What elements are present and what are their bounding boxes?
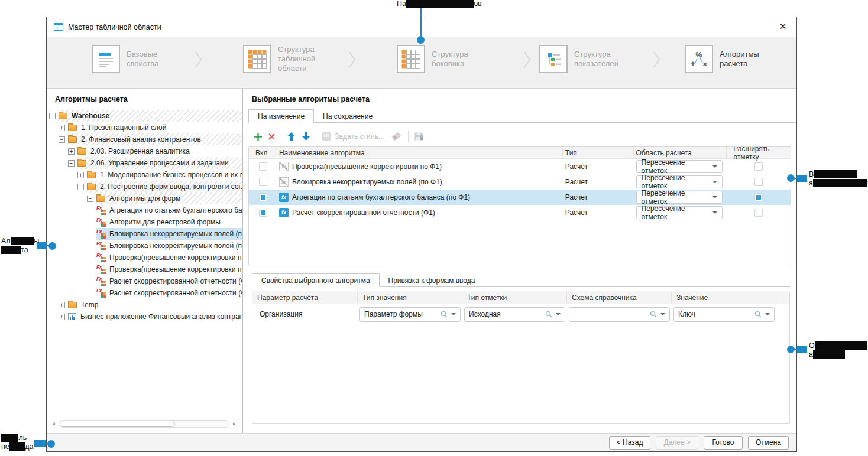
scrollbar-track[interactable] bbox=[59, 420, 229, 428]
tab-input-forms-binding[interactable]: Привязка к формам ввода bbox=[380, 273, 484, 287]
enabled-checkbox[interactable] bbox=[259, 178, 267, 186]
calc-scope-value: Пересечение отметок bbox=[642, 158, 712, 175]
value-select[interactable]: Ключ bbox=[673, 307, 775, 322]
calc-scope-value: Пересечение отметок bbox=[642, 204, 712, 221]
callout-dot bbox=[417, 36, 425, 44]
tab-algorithm-properties[interactable]: Свойства выбранного алгоритма bbox=[252, 273, 380, 287]
cancel-button[interactable]: Отмена bbox=[748, 436, 789, 450]
collapse-icon[interactable]: − bbox=[68, 160, 75, 167]
annotation-algorithms-tree: Алгоритмырасчета bbox=[1, 237, 38, 255]
collapse-icon[interactable]: − bbox=[49, 113, 56, 119]
tree-item[interactable]: −2.06. Управление процессами и задачами bbox=[47, 157, 242, 169]
scroll-right-icon[interactable]: ► bbox=[230, 419, 239, 428]
enabled-checkbox[interactable] bbox=[259, 193, 267, 201]
expand-icon[interactable]: + bbox=[77, 172, 84, 178]
table-row[interactable]: Агрегация по статьям бухгалтерского бала… bbox=[249, 190, 791, 205]
tree-item[interactable]: +Temp bbox=[47, 299, 242, 311]
tree-item[interactable]: Расчет скорректированной отчетности (Ф2) bbox=[47, 287, 242, 299]
tree-item[interactable]: Проверка(превышение корректировки по Ф2) bbox=[47, 263, 242, 275]
calc-scope-select[interactable]: Пересечение отметок bbox=[636, 191, 723, 204]
close-icon[interactable]: ✕ bbox=[770, 17, 795, 36]
expand-mark-checkbox[interactable] bbox=[754, 178, 763, 186]
back-button[interactable]: < Назад bbox=[609, 436, 651, 450]
tab-on-save[interactable]: На сохранение bbox=[314, 109, 381, 123]
table-row[interactable]: Блокировка некорректируемых полей (по Ф1… bbox=[249, 174, 791, 190]
annotation-selected-algorithms: Выбранные алгоритмы расчета bbox=[809, 170, 868, 188]
expand-icon[interactable]: + bbox=[59, 125, 65, 131]
calc-scope-select[interactable]: Пересечение отметок bbox=[636, 160, 723, 173]
tree-item-body: 2. Финансовый анализ контрагентов bbox=[67, 133, 242, 145]
tab-on-change[interactable]: На изменение bbox=[248, 109, 314, 123]
tree-item[interactable]: +Бизнес-приложение Финансовый анализ кон… bbox=[47, 311, 242, 323]
dropdown-arrow-icon bbox=[712, 181, 717, 183]
expand-mark-checkbox[interactable] bbox=[754, 209, 763, 217]
tree-item-body: Проверка(превышение корректировки по Ф2) bbox=[96, 263, 242, 275]
add-icon[interactable] bbox=[253, 129, 263, 144]
tree-item[interactable]: −Алгоритмы для форм bbox=[47, 193, 242, 204]
expand-icon[interactable]: + bbox=[59, 302, 65, 308]
callout-rect bbox=[797, 175, 807, 182]
step-indicators-structure[interactable]: Структура показателей bbox=[539, 45, 637, 73]
redaction-box: горитм bbox=[11, 237, 34, 245]
algorithm-type: Расчет bbox=[563, 178, 634, 186]
expand-icon[interactable]: + bbox=[68, 148, 75, 155]
move-down-icon[interactable] bbox=[302, 129, 310, 144]
toolbar-separator bbox=[316, 131, 316, 142]
scrollbar-thumb[interactable] bbox=[60, 421, 175, 427]
tree-item[interactable]: Проверка(превышение корректировки по Ф1) bbox=[47, 252, 242, 263]
table-row[interactable]: Расчет скорректированной отчетности (Ф1)… bbox=[249, 205, 791, 220]
collapse-icon[interactable]: − bbox=[77, 184, 84, 190]
step-table-area-structure[interactable]: Структура табличной области bbox=[243, 45, 341, 73]
enabled-checkbox[interactable] bbox=[259, 209, 267, 217]
algorithm-name: Агрегация по статьям бухгалтерского бала… bbox=[292, 193, 470, 201]
dictionary-schema-select[interactable] bbox=[569, 307, 670, 322]
tree-item[interactable]: Алгоритм для реестровой формы bbox=[47, 216, 242, 228]
mark-type-select[interactable]: Исходная bbox=[464, 307, 565, 322]
expand-mark-checkbox[interactable] bbox=[754, 193, 763, 201]
tree-item-label: 1. Презентационный слой bbox=[81, 123, 166, 132]
calc-scope-select[interactable]: Пересечение отметок bbox=[636, 175, 723, 188]
mode-tabs: На изменение На сохранение bbox=[248, 109, 796, 123]
tree-item[interactable]: −Warehouse bbox=[47, 110, 242, 122]
delete-icon[interactable] bbox=[268, 129, 276, 144]
scroll-left-icon[interactable]: ◄ bbox=[49, 419, 58, 428]
col-value: Значение bbox=[672, 291, 776, 304]
finish-button[interactable]: Готово bbox=[704, 436, 743, 450]
tree-item[interactable]: Блокировка некорректируемых полей (по Ф1… bbox=[47, 228, 242, 240]
step-sidehead-structure[interactable]: Структура боковика bbox=[397, 45, 494, 73]
tree-item[interactable]: −2. Финансовый анализ контрагентов bbox=[47, 133, 242, 145]
parameter-row[interactable]: Организация Параметр формы Исходная bbox=[252, 306, 789, 323]
tree-item[interactable]: Расчет скорректированной отчетности (Ф1) bbox=[47, 275, 242, 287]
tree-item-label: 2. Построение форм ввода, контроля и сог… bbox=[100, 183, 242, 191]
expand-mark-checkbox[interactable] bbox=[754, 162, 763, 171]
horizontal-scrollbar[interactable]: ◄ ► bbox=[49, 419, 239, 428]
table-row[interactable]: Проверка(превышение корректировки по Ф1)… bbox=[249, 159, 791, 174]
tree-item[interactable]: +2.03. Расширенная аналитика bbox=[47, 145, 242, 157]
value-type-select[interactable]: Параметр формы bbox=[359, 307, 461, 322]
tree-item[interactable]: Агрегация по статьям бухгалтерского бала… bbox=[47, 204, 242, 216]
expand-icon[interactable]: + bbox=[59, 314, 65, 320]
step-basic-properties[interactable]: Базовые свойства bbox=[92, 45, 169, 73]
calc-scope-select[interactable]: Пересечение отметок bbox=[636, 206, 723, 219]
redaction-box: нель шагов bbox=[406, 0, 474, 8]
algorithm-type: Расчет bbox=[563, 193, 634, 201]
annotation-text: да bbox=[25, 442, 33, 451]
step-label: Базовые свойства bbox=[127, 50, 169, 69]
tree-item[interactable]: +1. Моделирование бизнес-процессов и их … bbox=[47, 169, 242, 181]
tree-item[interactable]: +1. Презентационный слой bbox=[47, 122, 242, 133]
collapse-icon[interactable]: − bbox=[87, 196, 93, 202]
value-value: Ключ bbox=[678, 310, 752, 318]
step-calculation-algorithms[interactable]: % + × Алгоритмы расчета bbox=[685, 45, 782, 73]
algorithms-panel: Алгоритмы расчета −Warehouse+1. Презента… bbox=[47, 89, 243, 433]
collapse-icon[interactable]: − bbox=[59, 136, 65, 143]
enabled-checkbox[interactable] bbox=[259, 162, 267, 171]
tree-item-body: 2.06. Управление процессами и задачами bbox=[77, 157, 242, 169]
tree-item[interactable]: Блокировка некорректируемых полей (по Ф2… bbox=[47, 240, 242, 252]
annotation-line: Выбранные bbox=[809, 170, 868, 179]
annotation-line: алгоритма bbox=[809, 350, 868, 359]
tree-item-body: 1. Презентационный слой bbox=[67, 122, 242, 133]
annotation-line: Алгоритмы bbox=[1, 237, 38, 246]
step-label: Структура показателей bbox=[574, 50, 637, 69]
move-up-icon[interactable] bbox=[287, 129, 296, 144]
tree-item[interactable]: −2. Построение форм ввода, контроля и со… bbox=[47, 181, 242, 193]
